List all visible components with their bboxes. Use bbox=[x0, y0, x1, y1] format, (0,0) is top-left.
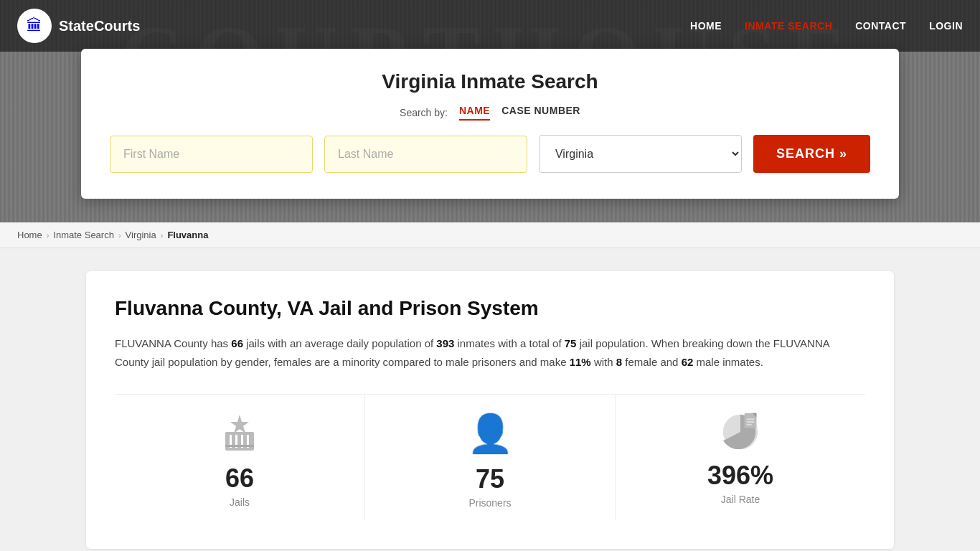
jail-building-icon bbox=[218, 412, 261, 455]
stat-jail-rate-label: Jail Rate bbox=[721, 494, 760, 505]
search-button[interactable]: SEARCH » bbox=[753, 135, 870, 173]
svg-rect-11 bbox=[746, 421, 754, 423]
nav-login[interactable]: LOGIN bbox=[929, 20, 963, 32]
county-description: FLUVANNA County has 66 jails with an ave… bbox=[115, 334, 865, 371]
search-by-row: Search by: NAME CASE NUMBER bbox=[110, 105, 870, 121]
desc-male-count: 62 bbox=[682, 356, 694, 368]
search-by-label: Search by: bbox=[400, 107, 448, 118]
svg-rect-6 bbox=[225, 445, 254, 447]
svg-rect-10 bbox=[746, 418, 754, 420]
stat-prisoners-number: 75 bbox=[476, 464, 504, 494]
breadcrumb-sep-3: › bbox=[161, 231, 164, 240]
search-card-title: Virginia Inmate Search bbox=[110, 70, 870, 93]
jail-rate-icon bbox=[720, 412, 760, 452]
desc-female-suffix: female and bbox=[625, 356, 681, 368]
stat-jails-number: 66 bbox=[225, 463, 254, 494]
svg-marker-0 bbox=[230, 415, 249, 433]
desc-jails-suffix: jails with an average daily population o… bbox=[246, 337, 436, 349]
stat-prisoners: 👤 75 Prisoners bbox=[365, 395, 616, 520]
logo-icon: 🏛 bbox=[17, 9, 52, 43]
desc-female-count: 8 bbox=[616, 356, 622, 368]
breadcrumb-sep-1: › bbox=[47, 231, 50, 240]
site-name: StateCourts bbox=[59, 18, 140, 34]
logo-link[interactable]: 🏛 StateCourts bbox=[17, 9, 140, 43]
prisoner-icon: 👤 bbox=[467, 412, 514, 456]
breadcrumb-home[interactable]: Home bbox=[17, 230, 42, 240]
stat-prisoners-label: Prisoners bbox=[468, 497, 511, 509]
breadcrumb-state[interactable]: Virginia bbox=[126, 230, 156, 240]
breadcrumb-inmate-search[interactable]: Inmate Search bbox=[53, 230, 114, 240]
breadcrumb-current: Fluvanna bbox=[167, 230, 208, 240]
nav-links: HOME INMATE SEARCH CONTACT LOGIN bbox=[690, 20, 963, 32]
info-card: Fluvanna County, VA Jail and Prison Syst… bbox=[86, 271, 894, 549]
desc-intro: FLUVANNA County has bbox=[115, 337, 231, 349]
first-name-input[interactable] bbox=[110, 136, 313, 173]
stat-jail-rate-number: 396% bbox=[707, 461, 773, 491]
desc-total: 75 bbox=[565, 337, 577, 349]
nav-home[interactable]: HOME bbox=[690, 20, 722, 32]
main-content: Fluvanna County, VA Jail and Prison Syst… bbox=[0, 248, 980, 551]
search-fields: Virginia SEARCH » bbox=[110, 135, 870, 173]
state-select[interactable]: Virginia bbox=[539, 135, 742, 173]
nav-contact[interactable]: CONTACT bbox=[855, 20, 906, 32]
stat-jail-rate: 396% Jail Rate bbox=[616, 395, 865, 520]
desc-female-pct-suffix: with bbox=[594, 356, 616, 368]
tab-case-number[interactable]: CASE NUMBER bbox=[501, 105, 580, 121]
top-navigation: 🏛 StateCourts HOME INMATE SEARCH CONTACT… bbox=[0, 0, 980, 52]
breadcrumb-sep-2: › bbox=[118, 231, 121, 240]
breadcrumb: Home › Inmate Search › Virginia › Fluvan… bbox=[0, 222, 980, 248]
stats-row: 66 Jails 👤 75 Prisoners bbox=[115, 394, 865, 520]
search-card: Virginia Inmate Search Search by: NAME C… bbox=[81, 49, 899, 199]
tab-name[interactable]: NAME bbox=[459, 105, 490, 121]
desc-avg-pop-suffix: inmates with a total of bbox=[458, 337, 565, 349]
stat-jails-label: Jails bbox=[230, 496, 250, 508]
svg-rect-12 bbox=[746, 424, 751, 425]
county-title: Fluvanna County, VA Jail and Prison Syst… bbox=[115, 297, 865, 320]
desc-jails: 66 bbox=[231, 337, 243, 349]
nav-inmate-search[interactable]: INMATE SEARCH bbox=[745, 20, 832, 32]
jail-icon bbox=[218, 412, 261, 455]
desc-avg-pop: 393 bbox=[436, 337, 454, 349]
last-name-input[interactable] bbox=[324, 136, 527, 173]
stat-jails: 66 Jails bbox=[115, 395, 365, 520]
header: COURTHOUSE 🏛 StateCourts HOME INMATE SEA… bbox=[0, 0, 980, 222]
desc-female-pct: 11% bbox=[570, 356, 591, 368]
desc-male-suffix: male inmates. bbox=[696, 356, 763, 368]
